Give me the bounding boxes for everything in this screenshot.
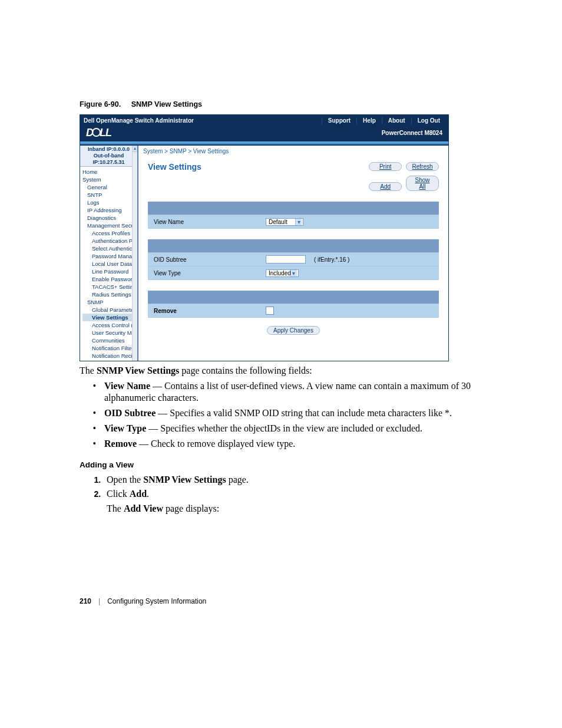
panel: View Settings Print Refresh Add Show All	[138, 157, 448, 335]
label-oid: OID Subtree	[154, 256, 266, 263]
tree-item[interactable]: Communities	[82, 337, 137, 344]
main-panel: System > SNMP > View Settings View Setti…	[138, 146, 448, 361]
footer-sep: |	[98, 597, 100, 605]
apply-row: Apply Changes	[148, 326, 439, 335]
tree-item[interactable]: Notification Filter	[82, 344, 137, 352]
link-about[interactable]: About	[382, 117, 411, 124]
scroll-up-icon[interactable]: ▴	[133, 146, 137, 152]
tree-item[interactable]: Radius Settings	[82, 291, 137, 298]
tree-item[interactable]: Local User Datab	[82, 260, 137, 268]
form-block-3: Remove	[148, 291, 439, 318]
dell-logo: DLL	[86, 127, 111, 139]
section-heading: Adding a View	[80, 460, 506, 470]
input-oid[interactable]	[266, 255, 306, 263]
tree-item[interactable]: Management Secur	[82, 222, 137, 229]
refresh-button[interactable]: Refresh	[406, 162, 439, 171]
tree-item[interactable]: Access Control (	[82, 321, 137, 329]
form-spacer	[148, 202, 439, 215]
dell-o-icon	[92, 128, 101, 137]
form-spacer-3	[148, 291, 439, 304]
breadcrumb: System > SNMP > View Settings	[138, 146, 448, 157]
product-name: PowerConnect M8024	[382, 130, 442, 136]
form-spacer-2	[148, 239, 439, 253]
link-support[interactable]: Support	[322, 117, 356, 124]
row-oid-subtree: OID Subtree ( ifEntry.*.16 )	[148, 253, 439, 266]
tree-item[interactable]: Access Profiles	[82, 229, 137, 237]
link-help[interactable]: Help	[356, 117, 382, 124]
tree-item[interactable]: Notification Recip	[82, 352, 137, 360]
app-title: Dell OpenManage Switch Administrator	[80, 117, 322, 124]
tree-item[interactable]: Diagnostics	[82, 214, 137, 222]
top-bar: Dell OpenManage Switch Administrator Sup…	[80, 115, 448, 126]
fields-list: View Name — Contains a list of user-defi…	[103, 380, 506, 450]
field-item: View Name — Contains a list of user-defi…	[103, 380, 506, 404]
logo-row: DLL PowerConnect M8024	[80, 126, 448, 141]
add-button[interactable]: Add	[369, 182, 402, 191]
tree-item[interactable]: Global Paramete	[82, 306, 137, 314]
field-item: Remove — Check to remove displayed view …	[103, 438, 506, 450]
content-row: Inband IP:0.0.0.0 Out-of-band IP:10.27.5…	[80, 144, 448, 361]
tree-item[interactable]: System	[82, 176, 137, 183]
figure-caption: Figure 6-90. SNMP View Settings	[80, 100, 506, 108]
tree-item[interactable]: IP Addressing	[82, 206, 137, 214]
screenshot: Dell OpenManage Switch Administrator Sup…	[80, 114, 449, 361]
showall-button[interactable]: Show All	[406, 176, 439, 191]
print-button[interactable]: Print	[369, 162, 402, 171]
tree-item[interactable]: SNMP	[82, 298, 137, 306]
label-view-type: View Type	[154, 270, 266, 276]
inband-ip: Inband IP:0.0.0.0	[80, 146, 137, 153]
ip-box: Inband IP:0.0.0.0 Out-of-band IP:10.27.5…	[80, 146, 137, 167]
tree-item[interactable]: Authentication P	[82, 237, 137, 245]
tree-item[interactable]: View Settings	[82, 314, 137, 321]
form-block-2: OID Subtree ( ifEntry.*.16 ) View Type I…	[148, 239, 439, 280]
tree-item[interactable]: Enable Passwor	[82, 275, 137, 283]
figure-title: SNMP View Settings	[131, 100, 202, 108]
tree-item[interactable]: Password Manag	[82, 252, 137, 260]
nav-tree[interactable]: HomeSystemGeneralSNTPLogsIP AddressingDi…	[80, 167, 137, 361]
sidebar-scrollbar[interactable]: ▴	[132, 146, 137, 361]
top-links: Support Help About Log Out	[322, 117, 448, 124]
panel-buttons: Print Refresh Add Show All	[366, 162, 439, 191]
step-item: Click Add.The Add View page displays:	[103, 488, 506, 515]
tree-item[interactable]: TACACS+ Settin	[82, 283, 137, 291]
select-view-type[interactable]: Included	[266, 269, 299, 277]
sidebar: Inband IP:0.0.0.0 Out-of-band IP:10.27.5…	[80, 146, 138, 361]
row-view-name: View Name Default	[148, 215, 439, 229]
select-view-name[interactable]: Default	[266, 218, 303, 226]
intro-line: The SNMP View Settings page contains the…	[80, 365, 506, 377]
hint-oid: ( ifEntry.*.16 )	[314, 256, 349, 263]
field-item: OID Subtree — Specifies a valid SNMP OID…	[103, 407, 506, 419]
tree-item[interactable]: Line Password	[82, 268, 137, 275]
label-remove: Remove	[154, 308, 266, 314]
row-view-type: View Type Included	[148, 266, 439, 280]
step-item: Open the SNMP View Settings page.	[103, 474, 506, 486]
figure-number: Figure 6-90.	[80, 100, 121, 108]
form-block-1: View Name Default	[148, 202, 439, 229]
steps-list: Open the SNMP View Settings page.Click A…	[103, 474, 506, 515]
page-footer: 210 | Configuring System Information	[80, 597, 506, 605]
apply-button[interactable]: Apply Changes	[267, 326, 320, 335]
field-item: View Type — Specifies whether the object…	[103, 423, 506, 434]
row-remove: Remove	[148, 304, 439, 318]
footer-section: Configuring System Information	[107, 597, 206, 605]
panel-header: View Settings Print Refresh Add Show All	[148, 162, 439, 191]
panel-title: View Settings	[148, 162, 201, 172]
link-logout[interactable]: Log Out	[411, 117, 446, 124]
tree-item[interactable]: General	[82, 183, 137, 191]
tree-item[interactable]: Home	[82, 168, 137, 176]
tree-item[interactable]: SNTP	[82, 191, 137, 199]
outband-ip: Out-of-band IP:10.27.5.31	[80, 153, 137, 166]
body-text: The SNMP View Settings page contains the…	[80, 365, 506, 515]
tree-item[interactable]: Logs	[82, 199, 137, 206]
tree-item[interactable]: User Security Mo	[82, 329, 137, 337]
checkbox-remove[interactable]	[266, 307, 274, 315]
page-number: 210	[80, 597, 91, 605]
tree-item[interactable]: Select Authentic	[82, 245, 137, 252]
label-view-name: View Name	[154, 219, 266, 225]
